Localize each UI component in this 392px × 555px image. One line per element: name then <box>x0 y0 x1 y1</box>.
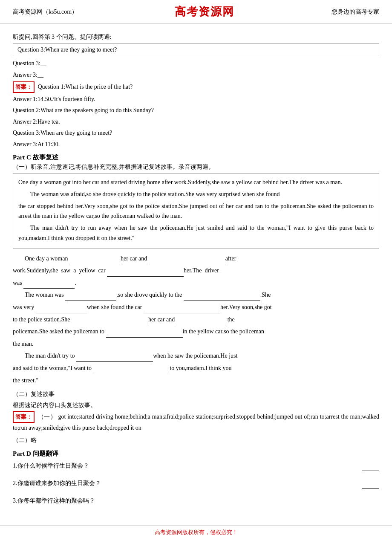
answer-block-q1: 答案： Question 1:What is the price of the … <box>13 81 379 93</box>
answer-q1-text: Question 1:What is the price of the hat? <box>38 84 133 90</box>
page-footer: 高考资源网版权所有，侵权必究！ <box>0 526 392 539</box>
partc-two-title: （二）复述故事 <box>13 390 379 398</box>
partd-title: Part D 问题翻译 <box>13 450 379 458</box>
answer-a1-line: Answer 1:14.50./It's fourteen fifty. <box>13 95 379 104</box>
header-left: 高考资源网（ks5u.com） <box>13 8 78 16</box>
partd-q3-block: 3.你每年都举行这样的聚会吗？ <box>13 495 379 506</box>
blank-3b <box>184 294 260 301</box>
partd-q2-line <box>362 488 379 489</box>
fill-line-11: the street." <box>13 375 379 387</box>
partc-two-b: （二）略 <box>13 436 379 445</box>
blank-1b <box>149 257 225 264</box>
footer-text: 高考资源网版权所有，侵权必究！ <box>155 529 238 535</box>
blank-3a <box>65 294 116 301</box>
answer-label: 答案： <box>13 81 35 93</box>
answer-q2-line: Question 2:What are the speakers going t… <box>13 106 379 115</box>
q3-blank-line: Question 3:__ <box>13 59 379 68</box>
partd-q3-text: 3.你每年都举行这样的聚会吗？ <box>13 495 379 506</box>
fill-line-10: and said to the woman,"I want to to you,… <box>13 363 379 374</box>
fill-section: One day a woman her car and after work.S… <box>13 253 379 387</box>
blank-4a <box>36 306 87 313</box>
intro-text: 听提问,回答第 3 个问题。提问读两遍: <box>13 32 379 42</box>
story-p1: One day a woman got into her car and sta… <box>18 177 374 188</box>
partd-q1-line <box>362 471 379 471</box>
fill-line-7: policeman.She asked the policeman to in … <box>13 326 379 338</box>
answer-q3-line: Question 3:When are they going to meet? <box>13 128 379 138</box>
blank-2c <box>23 282 75 289</box>
answer2-label: 答案： <box>13 411 35 423</box>
partd-q1-text: 1.你什么时候举行生日聚会？ <box>13 460 358 471</box>
story-p3: the car stopped behind her.Very soon,she… <box>18 201 374 222</box>
fill-line-8: the man. <box>13 338 379 350</box>
blank-4b <box>144 306 220 313</box>
blank-7a <box>76 355 153 362</box>
partd-q1-block: 1.你什么时候举行生日聚会？ <box>13 460 379 471</box>
answer-a2-line: Answer 2:Have tea. <box>13 117 379 127</box>
main-content: 听提问,回答第 3 个问题。提问读两遍: Question 3:When are… <box>0 31 392 521</box>
blank-5a <box>72 318 148 325</box>
answer-a3-line: Answer 3:At 11:30. <box>13 140 379 149</box>
blank-2a <box>107 270 184 277</box>
question3-box: Question 3:When are they going to meet? <box>13 43 379 56</box>
answer2-bracket: （一） <box>38 413 56 420</box>
fill-line-6: to the police station.She her car and th… <box>13 314 379 326</box>
fill-line-3: was . <box>13 278 379 289</box>
header-center: 高考资源网 <box>175 4 234 19</box>
fill-line-4: The woman was ,so she drove quickly to t… <box>13 289 379 301</box>
blank-5b <box>176 318 228 325</box>
answer2-block: 答案： （一） got into;started driving home;be… <box>13 411 379 433</box>
a3-blank-line: Answer 3:__ <box>13 70 379 80</box>
fill-line-2: work.Suddenly,she saw a yellow car her.T… <box>13 265 379 277</box>
partc-two-subtitle: 根据速记的内容口头复述故事。 <box>13 402 379 409</box>
story-p4: The man didn't try to run away when he s… <box>18 223 374 243</box>
answer2-text: got into;started driving home;behind;a m… <box>13 413 379 431</box>
page-header: 高考资源网（ks5u.com） 高考资源网 您身边的高考专家 <box>0 0 392 24</box>
fill-line-9: The man didn't try to when he saw the po… <box>13 350 379 362</box>
story-box: One day a woman got into her car and sta… <box>13 173 379 249</box>
fill-line-1: One day a woman her car and after <box>13 253 379 265</box>
blank-8a <box>93 367 170 374</box>
blank-1a <box>69 257 121 264</box>
header-right: 您身边的高考专家 <box>331 8 379 16</box>
partc-subtitle: （一）听录音,注意速记,将信息补充完整,并根据速记复述故事。录音读两遍。 <box>13 163 379 171</box>
story-p2: The woman was afraid,so she drove quickl… <box>18 189 374 199</box>
partc-title: Part C 故事复述 <box>13 153 379 162</box>
partd-q2-block: 2.你邀请谁来参加你的生日聚会？ <box>13 478 379 489</box>
fill-line-5: was very when she found the car her.Very… <box>13 302 379 313</box>
blank-6a <box>106 331 183 338</box>
partd-q2-text: 2.你邀请谁来参加你的生日聚会？ <box>13 478 358 489</box>
